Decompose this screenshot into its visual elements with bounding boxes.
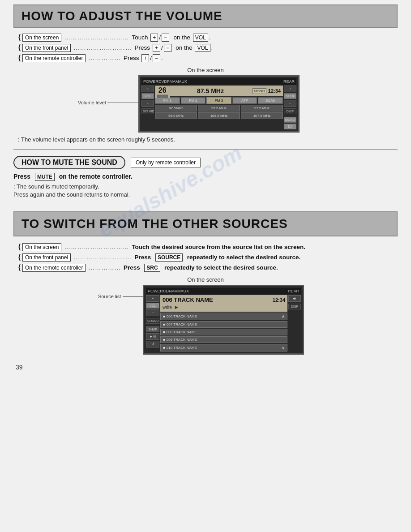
- track-6-label: 006 TRACK NAME: [167, 314, 197, 318]
- cd-screen-label: On the screen: [13, 276, 398, 283]
- seek-btn[interactable]: SEEK: [284, 93, 296, 99]
- cd-shuf-btn[interactable]: SHUF: [146, 326, 159, 332]
- angle-bracket-1: ⟨: [18, 33, 21, 42]
- dots-3: ……………: [88, 55, 121, 61]
- cd-rear-label: REAR: [288, 289, 299, 293]
- atp-btn[interactable]: ATP: [232, 97, 257, 104]
- minus-key-3: −: [153, 54, 160, 62]
- cd-source-label: CD: [163, 289, 169, 293]
- switch-header: TO SWITCH FROM THE OTHER SOURCES: [13, 211, 398, 236]
- cd-screen-container: On the screen Source list POWER CD FM AM…: [13, 276, 398, 355]
- cd-write: write: [163, 305, 172, 310]
- preset-5[interactable]: 105.9 MHz: [198, 112, 240, 119]
- cd-track-list: ■ 006 TRACK NAME ∧ ■ 007 TRACK NAME ■: [160, 313, 287, 352]
- sw-remote-label: On the remote controller: [22, 264, 86, 272]
- switch-instruction-remote: ⟨ On the remote controller …………… Press S…: [18, 263, 398, 272]
- dx-btn[interactable]: DX: [284, 124, 296, 129]
- sw-panel-label: On the front panel: [22, 253, 71, 262]
- angle-bracket-2: ⟨: [18, 43, 21, 52]
- sw-angle-2: ⟨: [18, 253, 21, 262]
- preset-2[interactable]: 95.9 MHz: [198, 105, 240, 112]
- rear-label: REAR: [283, 79, 295, 84]
- plus-key-3: +: [141, 54, 149, 62]
- cd-next-btn[interactable]: ⏭: [288, 295, 301, 302]
- preset-6[interactable]: 107.9 MHz: [241, 112, 283, 119]
- fm-screen-label: On the screen: [13, 67, 398, 73]
- cd-disp-btn[interactable]: DISP: [288, 304, 301, 309]
- cd-track-num: 006 TRACK NAME: [163, 296, 213, 303]
- fm-screen-container: On the screen Volume level POWER DVD FM …: [13, 67, 398, 133]
- cd-screen: POWER CD FM AM AUX REAR + VOL: [143, 285, 304, 355]
- cd-power-label: POWER: [148, 289, 163, 293]
- cd-loop-btn[interactable]: ↺: [146, 341, 159, 348]
- sw-dots-3: ……………: [88, 264, 121, 271]
- instruction-screen: ⟨ On the screen ………………………… Touch +/− on …: [18, 33, 398, 42]
- preset-4[interactable]: 99.9 MHz: [155, 112, 197, 119]
- cd-vol-btn[interactable]: VOL: [146, 303, 159, 309]
- fm3-btn[interactable]: FM 3: [206, 97, 231, 104]
- track-item-7[interactable]: ■ 007 TRACK NAME: [160, 321, 287, 328]
- preset-1[interactable]: 87.5MHz: [155, 105, 197, 112]
- cd-play-btn[interactable]: ►/II: [146, 333, 159, 340]
- disp-btn[interactable]: DISP: [284, 108, 296, 114]
- track-8-label: 008 TRACK NAME: [167, 330, 197, 334]
- fm2-btn[interactable]: FM 2: [181, 97, 206, 104]
- mono-indicator: MONO: [253, 88, 266, 94]
- mute-key: MUTE: [35, 173, 55, 181]
- cd-fm-label: FM: [169, 289, 175, 293]
- dots-1: …………………………: [64, 34, 129, 41]
- instruction-remote: ⟨ On the remote controller …………… Press +…: [18, 54, 398, 62]
- switch-section: TO SWITCH FROM THE OTHER SOURCES ⟨ On th…: [13, 211, 398, 355]
- sw-screen-label: On the screen: [22, 243, 61, 251]
- sw-dots-2: ………………………: [73, 254, 132, 261]
- plus-vol-btn[interactable]: +: [141, 86, 154, 92]
- vol-key-2: VOL: [195, 44, 210, 52]
- cd-sound-btn[interactable]: SOUND: [146, 318, 159, 324]
- cd-aux-label: AUX: [181, 289, 189, 293]
- scan-btn[interactable]: SCAN: [258, 97, 283, 104]
- fm-label: FM: [167, 79, 173, 84]
- dvd-label: DVD: [158, 79, 167, 84]
- mono-btn[interactable]: MONO: [284, 117, 296, 123]
- switch-instructions: ⟨ On the screen ………………………… Touch the des…: [13, 243, 398, 272]
- instr-text-3: Press +/−.: [124, 54, 163, 62]
- vol-btn[interactable]: VOL: [141, 93, 154, 99]
- track-item-6[interactable]: ■ 006 TRACK NAME ∧: [160, 313, 287, 320]
- plus-key-2: +: [153, 44, 160, 52]
- seek-plus-btn[interactable]: +: [284, 86, 296, 92]
- minus-vol-btn[interactable]: −: [141, 100, 154, 107]
- sound-btn[interactable]: SOUND: [141, 108, 154, 114]
- dots-2: ………………………: [73, 44, 132, 51]
- switch-title: TO SWITCH FROM THE OTHER SOURCES: [21, 217, 390, 231]
- instr-text-1: Touch +/− on the VOL.: [132, 34, 210, 42]
- track-7-label: 007 TRACK NAME: [167, 322, 197, 326]
- fm-time: 12:34: [268, 88, 281, 94]
- sw-instr-2: Press SOURCE repeatedly to select the de…: [135, 253, 301, 262]
- track-10-label: 010 TRACK NAME: [167, 346, 197, 350]
- seek-minus-btn[interactable]: −: [284, 100, 296, 107]
- fm-top-bar: POWER DVD FM AM AUX REAR: [141, 78, 296, 85]
- cd-plus-btn[interactable]: +: [146, 295, 159, 302]
- front-panel-label-box: On the front panel: [22, 44, 71, 52]
- minus-key-1: −: [162, 34, 169, 42]
- divider-1: [13, 149, 398, 150]
- mute-note-2: Press again and the sound returns to nor…: [13, 191, 398, 198]
- instr-text-2: Press +/− on the VOL.: [135, 44, 213, 52]
- volume-title: HOW TO ADJUST THE VOLUME: [21, 9, 390, 23]
- cd-time: 12:34: [273, 297, 285, 303]
- minus-key-2: −: [164, 44, 171, 52]
- track-item-10[interactable]: ■ 010 TRACK NAME ∨: [160, 344, 287, 352]
- aux-label: AUX: [179, 79, 188, 84]
- page: equalshive.com HOW TO ADJUST THE VOLUME …: [0, 0, 411, 380]
- preset-3[interactable]: 97.9 MHz: [241, 105, 283, 112]
- plus-key-1: +: [150, 34, 158, 42]
- cd-am-label: AM: [175, 289, 181, 293]
- cd-play-indicator: ►: [174, 304, 179, 310]
- track-item-9[interactable]: ■ 009 TRACK NAME: [160, 336, 287, 343]
- am-label: AM: [173, 79, 179, 84]
- cd-minus-btn[interactable]: −: [146, 309, 159, 316]
- sw-angle-1: ⟨: [18, 243, 21, 251]
- track-item-8[interactable]: ■ 008 TRACK NAME: [160, 329, 287, 335]
- source-arrow: [123, 296, 145, 297]
- volume-level-label: Volume level: [78, 100, 139, 105]
